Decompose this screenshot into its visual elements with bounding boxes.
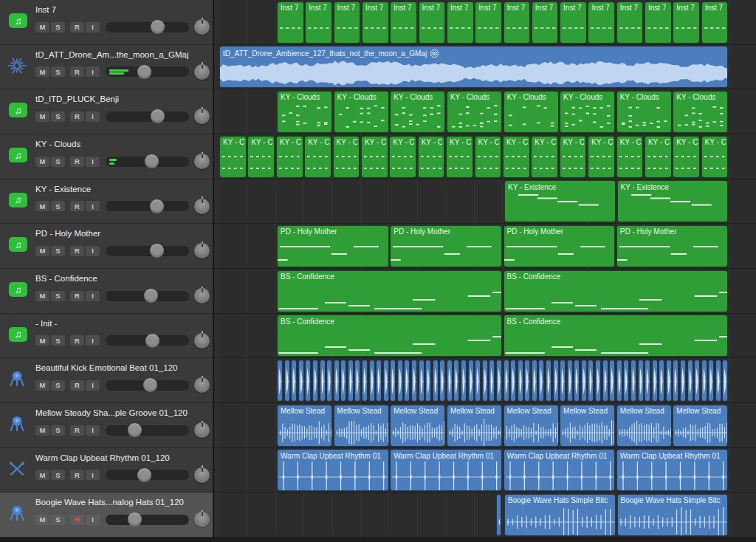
solo-button[interactable]: S — [51, 22, 65, 32]
midi-region[interactable]: Inst 7 — [419, 1, 446, 44]
track-header[interactable]: ♫Inst 7MSRI — [0, 0, 213, 45]
audio-region[interactable] — [411, 360, 417, 402]
audio-region[interactable] — [581, 360, 587, 402]
midi-region[interactable]: KY - Clouds — [616, 91, 672, 133]
volume-thumb[interactable] — [137, 65, 151, 79]
audio-region[interactable] — [369, 360, 375, 402]
midi-region[interactable]: KY - Existence — [504, 180, 616, 222]
audio-region[interactable]: Warm Clap Upbeat Rhythm 01 — [277, 449, 389, 491]
volume-thumb[interactable] — [151, 20, 165, 34]
mute-button[interactable]: M — [35, 22, 49, 32]
audio-region[interactable] — [376, 360, 382, 402]
audio-region[interactable] — [609, 360, 615, 402]
midi-region[interactable]: KY - C — [418, 136, 445, 178]
midi-region[interactable]: PD - Holy Mother — [616, 225, 729, 267]
audio-region[interactable] — [588, 360, 594, 402]
audio-region[interactable]: Mellow Stead — [390, 405, 445, 447]
solo-button[interactable]: S — [51, 66, 65, 77]
audio-region[interactable] — [701, 360, 707, 402]
audio-region[interactable] — [666, 360, 672, 402]
solo-button[interactable]: S — [51, 425, 65, 436]
audio-region[interactable] — [447, 360, 453, 402]
audio-region[interactable] — [722, 360, 728, 402]
audio-region[interactable] — [560, 360, 566, 402]
midi-region[interactable]: Inst 7 — [560, 1, 587, 44]
pan-knob[interactable] — [194, 422, 210, 438]
audio-region[interactable] — [334, 360, 340, 402]
record-button[interactable]: R — [70, 380, 84, 391]
audio-region[interactable] — [475, 360, 481, 402]
mute-button[interactable]: M — [35, 157, 49, 167]
input-button[interactable]: I — [86, 515, 100, 525]
audio-region[interactable] — [623, 360, 629, 402]
record-button[interactable]: R — [70, 335, 84, 346]
track-header[interactable]: tD_ATT_Drone_Am...the_moon_a_GMajMSRI — [0, 45, 213, 90]
bottom-scroll-strip[interactable] — [0, 538, 756, 542]
midi-region[interactable]: KY - Clouds — [504, 91, 559, 133]
pan-knob[interactable] — [194, 467, 210, 483]
midi-region[interactable]: Inst 7 — [532, 1, 559, 44]
audio-region[interactable] — [652, 360, 658, 402]
audio-region[interactable] — [404, 360, 410, 402]
audio-region[interactable] — [496, 360, 502, 402]
audio-region[interactable]: Mellow Stead — [560, 405, 615, 447]
solo-button[interactable]: S — [51, 112, 65, 122]
audio-region[interactable] — [553, 360, 559, 402]
volume-slider[interactable] — [106, 425, 189, 436]
volume-thumb[interactable] — [145, 154, 159, 168]
midi-region[interactable]: KY - C — [276, 136, 303, 178]
audio-region[interactable]: Warm Clap Upbeat Rhythm 01 — [616, 449, 729, 491]
audio-region[interactable] — [645, 360, 650, 402]
solo-button[interactable]: S — [51, 201, 65, 211]
audio-region[interactable] — [659, 360, 664, 402]
solo-button[interactable]: S — [51, 246, 65, 256]
volume-slider[interactable] — [106, 66, 189, 77]
solo-button[interactable]: S — [51, 335, 65, 346]
input-button[interactable]: I — [86, 157, 100, 167]
audio-region[interactable] — [489, 360, 495, 402]
audio-region[interactable]: tD_ATT_Drone_Ambience_127_thats_not_the_… — [219, 46, 728, 88]
input-button[interactable]: I — [86, 66, 100, 77]
volume-slider[interactable] — [106, 201, 189, 211]
audio-region[interactable] — [630, 360, 636, 402]
audio-region[interactable]: Mellow Stead — [673, 405, 728, 447]
mute-button[interactable]: M — [35, 246, 49, 256]
audio-region[interactable] — [567, 360, 573, 402]
audio-region[interactable]: Mellow Stead — [334, 405, 389, 447]
midi-region[interactable]: Inst 7 — [673, 1, 700, 44]
track-header[interactable]: ♫- Init -MSRI — [0, 314, 213, 359]
volume-slider[interactable] — [106, 246, 189, 256]
audio-region[interactable] — [312, 360, 318, 402]
midi-region[interactable]: BS - Confidence — [504, 315, 729, 357]
audio-region[interactable] — [518, 360, 523, 402]
volume-thumb[interactable] — [128, 423, 142, 437]
audio-region[interactable]: Mellow Stead — [616, 405, 672, 447]
record-button[interactable]: R — [70, 291, 84, 301]
audio-region[interactable] — [504, 360, 509, 402]
midi-region[interactable]: BS - Confidence — [504, 270, 729, 312]
midi-region[interactable]: KY - C — [673, 136, 700, 178]
mute-button[interactable]: M — [35, 380, 49, 391]
audio-region[interactable] — [340, 360, 346, 402]
solo-button[interactable]: S — [51, 291, 65, 301]
record-button[interactable]: R — [70, 515, 84, 525]
pan-knob[interactable] — [194, 333, 210, 349]
volume-thumb[interactable] — [150, 199, 164, 213]
midi-region[interactable]: BS - Confidence — [277, 270, 502, 312]
track-header[interactable]: ♫BS - ConfidenceMSRI — [0, 269, 213, 314]
audio-region[interactable] — [715, 360, 721, 402]
volume-thumb[interactable] — [143, 378, 157, 392]
midi-region[interactable]: KY - C — [475, 136, 502, 178]
audio-region[interactable]: Mellow Stead — [447, 405, 502, 447]
pan-knob[interactable] — [194, 288, 210, 303]
record-button[interactable]: R — [70, 66, 84, 77]
audio-region[interactable] — [348, 360, 354, 402]
pan-knob[interactable] — [194, 154, 210, 169]
audio-region[interactable]: Warm Clap Upbeat Rhythm 01 — [504, 449, 616, 491]
volume-thumb[interactable] — [137, 468, 151, 482]
record-button[interactable]: R — [70, 22, 84, 32]
audio-region[interactable] — [320, 360, 326, 402]
audio-region[interactable] — [574, 360, 580, 402]
midi-region[interactable]: KY - C — [389, 136, 416, 178]
midi-region[interactable]: BS - Confidence — [277, 315, 502, 357]
